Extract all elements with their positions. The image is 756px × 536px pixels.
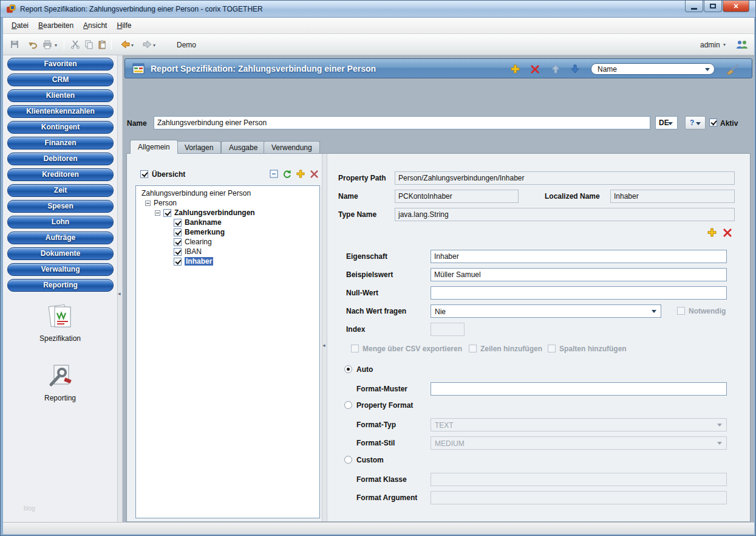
user-menu[interactable]: admin bbox=[700, 41, 720, 49]
aktiv-checkbox[interactable] bbox=[709, 119, 717, 126]
tab-verwendung[interactable]: Verwendung bbox=[264, 141, 320, 154]
sidebar-item-debitoren[interactable]: Debitoren bbox=[7, 153, 114, 165]
sidebar-item-kreditoren[interactable]: Kreditoren bbox=[7, 168, 114, 181]
tree-item-bemerkung[interactable]: Bemerkung bbox=[136, 227, 319, 237]
tree-item-zahlungsverbindungen[interactable]: Zahlungsverbindungen bbox=[136, 208, 319, 218]
auto-radio[interactable] bbox=[344, 365, 352, 373]
sidebar-item-reporting[interactable]: Reporting bbox=[7, 279, 114, 292]
sidebar-item-klientenkennzahlen[interactable]: Klientenkennzahlen bbox=[7, 105, 114, 118]
cut-button[interactable] bbox=[70, 39, 81, 50]
tree-item-root[interactable]: Zahlungsverbindung einer Person bbox=[136, 188, 319, 198]
menu-ansicht[interactable]: Ansicht bbox=[78, 19, 112, 32]
back-dropdown-caret[interactable]: ▾ bbox=[131, 43, 134, 48]
property-path-field bbox=[395, 171, 735, 185]
tree-item-person[interactable]: Person bbox=[136, 198, 319, 208]
tree-checkbox[interactable] bbox=[174, 248, 182, 256]
format-stil-value: MEDIUM bbox=[435, 439, 465, 448]
save-button[interactable] bbox=[9, 39, 20, 50]
tree-checkbox[interactable] bbox=[163, 209, 171, 217]
forward-arrow-icon bbox=[142, 40, 152, 49]
language-selector[interactable]: DE bbox=[655, 116, 678, 129]
property-format-radio[interactable] bbox=[344, 401, 352, 409]
collapse-expander-icon[interactable] bbox=[145, 201, 151, 206]
help-dropdown-button[interactable]: ? bbox=[685, 116, 706, 129]
tab-allgemein[interactable]: Allgemein bbox=[130, 140, 178, 154]
add-node-button[interactable] bbox=[296, 169, 305, 179]
sidebar-item-klienten[interactable]: Klienten bbox=[7, 89, 114, 102]
tree-checkbox[interactable] bbox=[174, 258, 182, 266]
beispielswert-input[interactable] bbox=[431, 268, 727, 281]
help-icon: ? bbox=[690, 119, 694, 127]
forward-dropdown-caret[interactable]: ▾ bbox=[153, 43, 155, 48]
navigate-back-button[interactable] bbox=[120, 39, 131, 50]
uebersicht-checkbox[interactable] bbox=[140, 170, 148, 178]
minimize-button[interactable] bbox=[685, 1, 703, 12]
sidebar-item-verwaltung[interactable]: Verwaltung bbox=[7, 263, 114, 276]
detail-splitter[interactable]: ◂ bbox=[322, 154, 327, 521]
format-argument-input bbox=[431, 491, 727, 504]
tree-item-bankname[interactable]: Bankname bbox=[136, 218, 319, 227]
delete-x-icon bbox=[310, 170, 318, 178]
localized-name-field bbox=[610, 190, 735, 203]
shortcut-spezifikation[interactable]: Spezifikation bbox=[3, 303, 117, 343]
collapse-expander-icon[interactable] bbox=[155, 210, 160, 216]
add-property-button[interactable] bbox=[707, 228, 717, 239]
close-button[interactable]: × bbox=[723, 1, 749, 12]
property-tree[interactable]: Zahlungsverbindung einer Person Person Z… bbox=[135, 185, 320, 518]
tab-ausgabe[interactable]: Ausgabe bbox=[221, 141, 265, 154]
tree-item-clearing[interactable]: Clearing bbox=[136, 237, 319, 247]
nach-wert-fragen-select[interactable]: Nie bbox=[431, 304, 661, 318]
shortcut-reporting[interactable]: Reporting bbox=[3, 363, 117, 402]
delete-node-button[interactable] bbox=[309, 169, 319, 179]
tree-checkbox[interactable] bbox=[174, 238, 182, 246]
tab-vorlagen[interactable]: Vorlagen bbox=[177, 141, 221, 154]
tree-checkbox[interactable] bbox=[174, 219, 182, 227]
format-stil-label: Format-Stil bbox=[356, 439, 395, 447]
tree-checkbox[interactable] bbox=[174, 228, 182, 236]
print-dropdown-caret[interactable]: ▾ bbox=[55, 43, 57, 48]
refresh-tree-button[interactable] bbox=[282, 169, 291, 179]
add-record-button[interactable] bbox=[510, 64, 520, 74]
delete-record-button[interactable] bbox=[530, 64, 540, 74]
print-button[interactable] bbox=[42, 39, 53, 50]
custom-radio[interactable] bbox=[344, 456, 352, 464]
menu-hilfe[interactable]: Hilfe bbox=[112, 19, 136, 32]
splitter-collapse-icon[interactable]: ◂ bbox=[118, 291, 121, 297]
tree-item-inhaber[interactable]: Inhaber bbox=[136, 256, 319, 266]
delete-x-icon bbox=[723, 228, 732, 237]
paste-button[interactable] bbox=[97, 39, 107, 50]
sidebar-splitter[interactable]: ◂ bbox=[117, 55, 123, 522]
eigenschaft-input[interactable] bbox=[431, 250, 727, 263]
sidebar-item-favoriten[interactable]: Favoriten bbox=[7, 58, 114, 70]
delete-property-button[interactable] bbox=[723, 228, 732, 239]
user-dropdown-caret[interactable]: ▾ bbox=[723, 42, 726, 47]
move-up-button[interactable] bbox=[550, 64, 560, 74]
navigate-forward-button[interactable] bbox=[141, 39, 152, 50]
undo-button[interactable] bbox=[27, 39, 38, 50]
sidebar-item-auftraege[interactable]: Aufträge bbox=[7, 232, 114, 244]
menu-datei[interactable]: Datei bbox=[7, 19, 33, 32]
sidebar-item-finanzen[interactable]: Finanzen bbox=[7, 137, 114, 149]
collapse-all-button[interactable] bbox=[269, 169, 279, 179]
users-button[interactable] bbox=[735, 39, 749, 50]
name-input[interactable] bbox=[154, 116, 650, 129]
menu-bearbeiten[interactable]: Bearbeiten bbox=[33, 19, 78, 32]
search-field-selector[interactable]: Name bbox=[591, 63, 715, 75]
sidebar-item-dokumente[interactable]: Dokumente bbox=[7, 247, 114, 260]
format-muster-input[interactable] bbox=[431, 382, 727, 396]
tree-item-iban[interactable]: IBAN bbox=[136, 247, 319, 256]
sidebar-item-kontingent[interactable]: Kontingent bbox=[7, 121, 114, 134]
splitter-collapse-icon[interactable]: ◂ bbox=[322, 343, 325, 348]
format-stil-select: MEDIUM bbox=[431, 436, 727, 450]
auto-label: Auto bbox=[356, 365, 373, 374]
clear-filter-button[interactable] bbox=[725, 64, 740, 74]
sidebar-item-crm[interactable]: CRM bbox=[7, 74, 114, 86]
context-label: Demo bbox=[177, 41, 196, 49]
copy-button[interactable] bbox=[83, 39, 94, 50]
sidebar-item-spesen[interactable]: Spesen bbox=[7, 200, 114, 213]
move-down-button[interactable] bbox=[570, 64, 580, 74]
nullwert-input[interactable] bbox=[431, 286, 727, 300]
maximize-button[interactable] bbox=[704, 1, 722, 12]
sidebar-item-zeit[interactable]: Zeit bbox=[7, 184, 114, 197]
sidebar-item-lohn[interactable]: Lohn bbox=[7, 216, 114, 228]
